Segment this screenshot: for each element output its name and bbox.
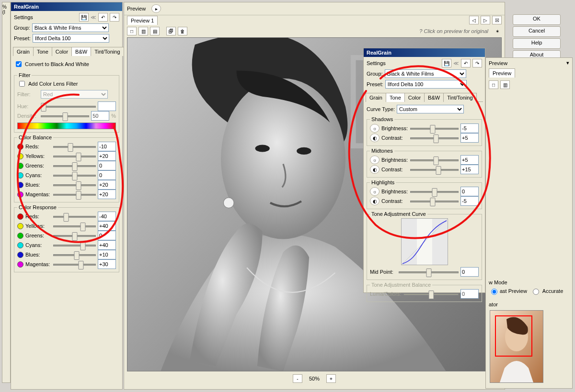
color-balance-slider[interactable] bbox=[53, 171, 96, 179]
preset-select[interactable]: Ilford Delta 100 bbox=[33, 34, 109, 43]
color-balance-value[interactable] bbox=[98, 142, 116, 151]
view-single-icon[interactable]: □ bbox=[127, 27, 137, 35]
tab-bw-r[interactable]: B&W bbox=[424, 93, 444, 102]
ok-button[interactable]: OK bbox=[513, 14, 561, 25]
tab-color[interactable]: Color bbox=[52, 47, 72, 56]
color-response-slider[interactable] bbox=[53, 260, 96, 269]
hl-contrast-slider[interactable] bbox=[410, 197, 459, 205]
filter-fieldset: Filter Add Color Lens Filter Filter: Red… bbox=[14, 72, 119, 133]
save-preset-icon-r[interactable]: 💾 bbox=[442, 59, 451, 67]
undo-icon-r[interactable]: ↶ bbox=[461, 59, 471, 67]
tab-tint[interactable]: Tint/Toning bbox=[91, 47, 124, 56]
prev-icon[interactable]: ◁ bbox=[469, 16, 479, 24]
accurate-radio[interactable] bbox=[533, 289, 539, 295]
navigator-thumb[interactable] bbox=[490, 310, 543, 383]
color-balance-row: Blues: bbox=[17, 180, 116, 190]
tone-curve-plot[interactable] bbox=[401, 218, 448, 265]
color-response-value[interactable] bbox=[98, 240, 116, 250]
color-balance-slider[interactable] bbox=[53, 180, 96, 189]
midpoint-slider[interactable] bbox=[399, 268, 459, 276]
preset-select-r[interactable]: Ilford Delta 100 bbox=[385, 80, 467, 89]
color-response-value[interactable] bbox=[98, 231, 116, 240]
close-tab-icon[interactable]: ☒ bbox=[492, 16, 502, 24]
tab-bw[interactable]: B&W bbox=[71, 47, 91, 56]
zoom-in-button[interactable]: + bbox=[326, 374, 336, 383]
add-lens-filter-checkbox[interactable] bbox=[19, 81, 25, 87]
midpoint-value[interactable] bbox=[460, 267, 479, 277]
mt-bright-value[interactable] bbox=[460, 155, 479, 165]
copy-icon[interactable]: 🗐 bbox=[166, 27, 176, 35]
play-icon[interactable]: ▸ bbox=[151, 4, 161, 13]
color-balance-value[interactable] bbox=[98, 190, 116, 199]
zoom-out-button[interactable]: - bbox=[293, 374, 302, 383]
preview-tab-1[interactable]: Preview 1 bbox=[127, 16, 158, 25]
rview-split-icon[interactable]: ▥ bbox=[500, 80, 510, 89]
cancel-button[interactable]: Cancel bbox=[513, 26, 561, 37]
trash-icon[interactable]: 🗑 bbox=[178, 27, 187, 35]
color-balance-value[interactable] bbox=[98, 151, 116, 161]
tone-balance-legend: Tone Adjustment Balance bbox=[370, 282, 432, 288]
group-select[interactable]: Black & White Films bbox=[32, 23, 109, 32]
color-balance-slider[interactable] bbox=[53, 142, 96, 151]
color-balance-slider[interactable] bbox=[53, 190, 96, 199]
color-response-value[interactable] bbox=[98, 221, 116, 231]
filter-dropdown: Red bbox=[41, 90, 108, 99]
fast-preview-radio[interactable] bbox=[491, 289, 497, 295]
hl-bright-value[interactable] bbox=[460, 187, 479, 196]
color-balance-slider[interactable] bbox=[53, 152, 96, 160]
svg-point-3 bbox=[221, 78, 345, 239]
color-response-value[interactable] bbox=[98, 259, 116, 269]
redo-icon[interactable]: ↷ bbox=[110, 13, 119, 22]
rview-single-icon[interactable]: □ bbox=[489, 80, 498, 89]
chevron-down-icon[interactable]: ▾ bbox=[566, 60, 569, 66]
preset-label-r: Preset: bbox=[367, 81, 383, 87]
help-button[interactable]: Help bbox=[513, 38, 561, 49]
curve-type-select[interactable]: Custom bbox=[397, 105, 464, 113]
color-balance-value[interactable] bbox=[98, 180, 116, 190]
next-icon[interactable]: ▷ bbox=[481, 16, 490, 24]
color-response-slider[interactable] bbox=[53, 212, 96, 221]
color-response-row: Cyans: bbox=[17, 240, 116, 250]
color-response-row: Magentas: bbox=[17, 259, 116, 269]
hl-bright-slider[interactable] bbox=[410, 187, 459, 196]
color-response-slider[interactable] bbox=[53, 231, 96, 240]
color-response-slider[interactable] bbox=[53, 241, 96, 249]
redo-icon-r[interactable]: ↷ bbox=[472, 59, 482, 67]
tab-tone-r[interactable]: Tone bbox=[386, 93, 405, 102]
mt-contrast-value[interactable] bbox=[460, 165, 479, 174]
sh-contrast-value[interactable] bbox=[460, 133, 479, 143]
sh-contrast-slider[interactable] bbox=[410, 134, 459, 142]
view-splith-icon[interactable]: ▤ bbox=[150, 27, 160, 35]
undo-icon[interactable]: ↶ bbox=[98, 13, 108, 22]
color-response-label: Magentas: bbox=[25, 261, 51, 267]
color-response-value[interactable] bbox=[98, 250, 116, 259]
view-splitv-icon[interactable]: ▥ bbox=[138, 27, 148, 35]
contrast-icon2: ◐ bbox=[370, 165, 380, 174]
tone-curve-legend: Tone Adjustment Curve bbox=[370, 211, 427, 217]
tab-grain-r[interactable]: Grain bbox=[366, 93, 386, 102]
color-response-slider[interactable] bbox=[53, 250, 96, 259]
sh-bright-slider[interactable] bbox=[410, 124, 459, 133]
preview-label: Preview bbox=[127, 6, 146, 11]
group-select-r[interactable]: Black & White Films bbox=[385, 69, 466, 78]
tab-tone[interactable]: Tone bbox=[33, 47, 52, 56]
svg-point-4 bbox=[255, 145, 270, 152]
sh-bright-value[interactable] bbox=[460, 123, 479, 133]
rpreview-tab[interactable]: Preview bbox=[489, 68, 515, 78]
color-balance-value[interactable] bbox=[98, 170, 116, 180]
navigator-viewport-box[interactable] bbox=[495, 315, 532, 357]
color-balance-value[interactable] bbox=[98, 161, 116, 170]
color-response-slider[interactable] bbox=[53, 222, 96, 230]
navigator-label: ator bbox=[489, 302, 498, 307]
tab-tint-r[interactable]: Tint/Toning bbox=[443, 93, 476, 102]
contrast-icon: ◐ bbox=[370, 134, 380, 142]
tab-color-r[interactable]: Color bbox=[404, 93, 425, 102]
hl-contrast-value[interactable] bbox=[460, 196, 479, 206]
mt-contrast-slider[interactable] bbox=[410, 165, 459, 174]
convert-bw-checkbox[interactable] bbox=[16, 61, 22, 67]
tab-grain[interactable]: Grain bbox=[13, 47, 34, 56]
save-preset-icon[interactable]: 💾 bbox=[79, 13, 89, 22]
mt-bright-slider[interactable] bbox=[410, 156, 459, 164]
color-balance-slider[interactable] bbox=[53, 161, 96, 170]
color-response-value[interactable] bbox=[98, 212, 116, 221]
